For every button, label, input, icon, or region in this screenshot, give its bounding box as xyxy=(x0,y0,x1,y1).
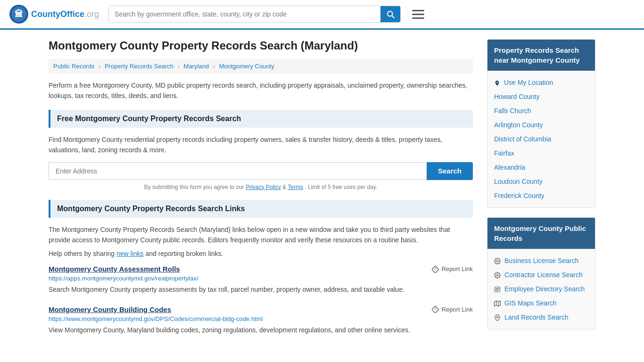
map-icon xyxy=(494,299,501,307)
howard-county-link[interactable]: Howard County xyxy=(494,93,540,100)
public-records-box-header: Montgomery County Public Records xyxy=(487,218,595,249)
sidebar-item-business-license[interactable]: Business License Search xyxy=(487,254,595,268)
record-url-2: https://www.montgomerycountymd.gov/DPS/C… xyxy=(49,315,473,322)
free-search-heading: Free Montgomery County Property Records … xyxy=(49,110,473,128)
sidebar-item-district-of-columbia[interactable]: District of Columbia xyxy=(487,132,595,146)
business-license-search-link[interactable]: Business License Search xyxy=(504,257,578,264)
breadcrumb-property-records-search[interactable]: Property Records Search xyxy=(105,63,173,70)
loudoun-county-link[interactable]: Loudoun County xyxy=(494,178,543,185)
free-search-description: Find Montgomery County residential prope… xyxy=(49,134,473,156)
sidebar-item-loudoun-county[interactable]: Loudoun County xyxy=(487,174,595,189)
new-links-link[interactable]: new links xyxy=(116,250,144,257)
svg-marker-15 xyxy=(495,301,501,306)
sidebar-item-falls-church[interactable]: Falls Church xyxy=(487,104,595,118)
page-description: Perform a free Montgomery County, MD pub… xyxy=(49,80,473,101)
links-description: The Montgomery County Property Records S… xyxy=(49,224,473,246)
svg-text:🏛: 🏛 xyxy=(15,9,23,19)
record-desc-1: Search Montgomery County property assess… xyxy=(49,284,473,295)
sidebar-item-use-my-location[interactable]: Use My Location xyxy=(487,75,595,90)
sidebar: Property Records Search near Montgomery … xyxy=(487,39,595,346)
fairfax-link[interactable]: Fairfax xyxy=(494,149,514,157)
pin-icon xyxy=(494,313,501,321)
share-line: Help others by sharing new links and rep… xyxy=(49,250,473,257)
svg-point-3 xyxy=(388,11,393,16)
falls-church-link[interactable]: Falls Church xyxy=(494,107,531,115)
land-records-search-link[interactable]: Land Records Search xyxy=(504,313,568,321)
gis-maps-search-link[interactable]: GIS Maps Search xyxy=(504,299,557,307)
record-url-1: https://apps.montgomerycountymd.gov/real… xyxy=(49,275,473,282)
nearby-box-body: Use My Location Howard County Falls Chur… xyxy=(487,71,595,207)
svg-point-18 xyxy=(496,316,498,318)
logo[interactable]: 🏛 CountyOffice.org xyxy=(9,5,99,24)
svg-line-4 xyxy=(392,16,395,18)
use-my-location-link[interactable]: Use My Location xyxy=(504,79,553,86)
report-icon-2 xyxy=(432,305,439,313)
address-search-button[interactable]: Search xyxy=(427,162,473,180)
record-item-assessment-rolls: Montgomery County Assessment Rolls Repor… xyxy=(49,265,473,295)
report-link-label-1: Report Link xyxy=(442,265,473,272)
sidebar-item-howard-county[interactable]: Howard County xyxy=(487,90,595,104)
list-icon xyxy=(494,285,501,293)
sidebar-item-gis-maps[interactable]: GIS Maps Search xyxy=(487,296,595,310)
public-records-box-body: Business License Search Contractor Licen… xyxy=(487,249,595,329)
sidebar-item-arlington-county[interactable]: Arlington County xyxy=(487,118,595,132)
form-note: By submitting this form you agree to our… xyxy=(49,184,473,190)
svg-point-10 xyxy=(496,274,498,276)
privacy-policy-link[interactable]: Privacy Policy xyxy=(246,184,281,190)
report-link-button-2[interactable]: Report Link xyxy=(432,305,473,313)
breadcrumb-sep-1: › xyxy=(99,63,100,70)
report-icon-1 xyxy=(432,265,439,273)
address-search-form: Search xyxy=(49,162,473,180)
alexandria-link[interactable]: Alexandria xyxy=(494,164,525,171)
links-section: Montgomery County Property Records Searc… xyxy=(49,200,473,336)
hamburger-line-3 xyxy=(412,17,424,19)
hamburger-menu-button[interactable] xyxy=(410,8,426,21)
header: 🏛 CountyOffice.org xyxy=(0,0,644,30)
breadcrumb-maryland[interactable]: Maryland xyxy=(184,63,209,70)
contractor-license-search-link[interactable]: Contractor License Search xyxy=(504,271,583,279)
sidebar-item-alexandria[interactable]: Alexandria xyxy=(487,160,595,174)
search-icon xyxy=(386,10,395,18)
nearby-box: Property Records Search near Montgomery … xyxy=(487,39,595,208)
record-title-row-1: Montgomery County Assessment Rolls Repor… xyxy=(49,265,473,273)
employee-directory-search-link[interactable]: Employee Directory Search xyxy=(504,285,585,293)
terms-link[interactable]: Terms xyxy=(288,184,303,190)
district-of-columbia-link[interactable]: District of Columbia xyxy=(494,135,551,143)
sidebar-item-contractor-license[interactable]: Contractor License Search xyxy=(487,268,595,282)
main-container: Montgomery County Property Records Searc… xyxy=(39,30,605,355)
free-search-section: Free Montgomery County Property Records … xyxy=(49,110,473,190)
breadcrumb: Public Records › Property Records Search… xyxy=(49,59,473,74)
logo-text: CountyOffice.org xyxy=(31,9,99,19)
header-search-bar xyxy=(108,6,401,23)
report-link-button-1[interactable]: Report Link xyxy=(432,265,473,273)
frederick-county-link[interactable]: Frederick County xyxy=(494,192,545,199)
breadcrumb-sep-3: › xyxy=(213,63,215,70)
arlington-county-link[interactable]: Arlington County xyxy=(494,121,543,129)
record-title-link-2[interactable]: Montgomery County Building Codes xyxy=(49,305,171,313)
address-input[interactable] xyxy=(49,162,427,180)
header-search-button[interactable] xyxy=(380,6,400,22)
sidebar-item-fairfax[interactable]: Fairfax xyxy=(487,146,595,160)
breadcrumb-public-records[interactable]: Public Records xyxy=(53,63,94,70)
location-pin-icon xyxy=(494,79,500,86)
breadcrumb-sep-2: › xyxy=(178,63,180,70)
content-area: Montgomery County Property Records Searc… xyxy=(49,39,473,346)
hamburger-line-1 xyxy=(412,10,424,11)
gear2-icon xyxy=(494,257,501,264)
sidebar-item-land-records[interactable]: Land Records Search xyxy=(487,310,595,324)
record-title-row-2: Montgomery County Building Codes Report … xyxy=(49,305,473,313)
hamburger-line-2 xyxy=(412,14,424,15)
page-title: Montgomery County Property Records Searc… xyxy=(49,39,473,52)
links-heading: Montgomery County Property Records Searc… xyxy=(49,200,473,218)
record-item-building-codes: Montgomery County Building Codes Report … xyxy=(49,305,473,335)
gear-icon xyxy=(494,271,501,279)
sidebar-item-frederick-county[interactable]: Frederick County xyxy=(487,189,595,203)
sidebar-item-employee-directory[interactable]: Employee Directory Search xyxy=(487,282,595,296)
report-link-label-2: Report Link xyxy=(442,306,473,313)
nearby-box-header: Property Records Search near Montgomery … xyxy=(487,40,595,71)
svg-point-9 xyxy=(496,260,498,262)
breadcrumb-montgomery-county[interactable]: Montgomery County xyxy=(219,63,274,70)
record-title-link-1[interactable]: Montgomery County Assessment Rolls xyxy=(49,265,180,273)
header-search-input[interactable] xyxy=(109,7,380,22)
record-desc-2: View Montgomery County, Maryland buildin… xyxy=(49,325,473,335)
